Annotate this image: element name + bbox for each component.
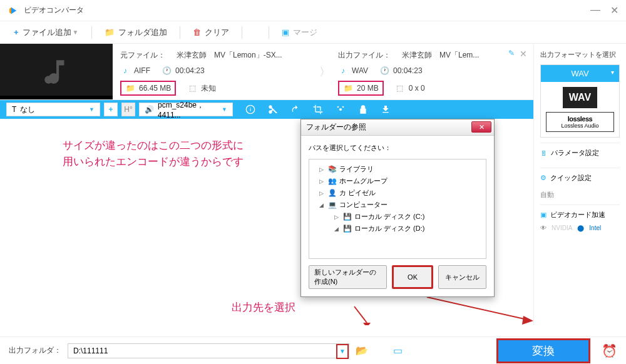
audio-icon: 🔊 xyxy=(145,105,154,114)
wav-badge: WAV xyxy=(563,87,597,108)
ok-button[interactable]: OK xyxy=(392,265,433,289)
source-resolution: 未知 xyxy=(201,83,216,94)
codec-value: pcm_s24be，4411... xyxy=(158,100,218,119)
crop-icon[interactable] xyxy=(313,104,323,114)
subtitle-select[interactable]: T なし ▼ xyxy=(6,103,100,116)
svg-line-6 xyxy=(354,306,367,323)
add-subtitle-button[interactable]: + xyxy=(104,103,118,116)
arrow-divider: 〉 xyxy=(319,44,331,99)
download-icon[interactable] xyxy=(381,104,391,114)
output-file-label: 出力ファイル： xyxy=(338,50,391,61)
output-format: WAV xyxy=(352,66,368,75)
plus-icon: + xyxy=(14,28,19,37)
merge-button[interactable]: ▣ マージ xyxy=(277,24,322,41)
codec-select[interactable]: 🔊 pcm_s24be，4411... ▼ xyxy=(139,103,233,116)
svg-point-3 xyxy=(339,108,342,111)
output-path-value: D:\111111 xyxy=(73,346,108,355)
format-panel-header: 出力フォーマットを選択 xyxy=(540,50,620,59)
close-button[interactable]: ✕ xyxy=(610,4,618,16)
output-size: 20 MB xyxy=(357,84,379,93)
tree-item[interactable]: ▷📚ライブラリ xyxy=(312,163,483,175)
hardware-toggle[interactable]: H° xyxy=(121,103,135,116)
tree-item[interactable]: ▷💾ローカル ディスク (C:) xyxy=(312,211,483,223)
cancel-button[interactable]: キャンセル xyxy=(438,265,486,289)
remove-file-button[interactable]: ✕ xyxy=(520,49,527,59)
tree-item[interactable]: ▷👥ホームグループ xyxy=(312,175,483,187)
dialog-close-button[interactable]: ✕ xyxy=(471,121,491,133)
intel-icon: ⬤ xyxy=(577,225,584,231)
lossless-badge: lossless Lossless Audio xyxy=(546,112,614,132)
param-label: パラメータ設定 xyxy=(551,148,599,158)
dialog-titlebar[interactable]: フォルダーの参照 ✕ xyxy=(301,119,494,136)
minimize-button[interactable]: — xyxy=(590,4,600,16)
content-area: サイズが違ったのはこの二つの形式に用いられたエンコードが違うからです フォルダー… xyxy=(0,119,533,325)
main-toolbar: + ファイル追加 ▼ 📁 フォルダ追加 🗑 クリア ▣ マージ xyxy=(0,21,626,44)
divider xyxy=(269,26,269,39)
format-selector[interactable]: WAV WAV lossless Lossless Audio xyxy=(540,64,620,138)
sliders-icon: 🎚 xyxy=(540,149,547,157)
nvidia-label: NVIDIA xyxy=(552,225,572,231)
dropdown-icon[interactable]: ▼ xyxy=(73,29,79,36)
clock-icon: 🕐 xyxy=(379,66,389,76)
resolution-icon: ⬚ xyxy=(395,83,405,93)
tree-item[interactable]: ◢💾ローカル ディスク (D:) xyxy=(312,223,483,235)
format-panel: 出力フォーマットを選択 WAV WAV lossless Lossless Au… xyxy=(533,44,626,325)
divider xyxy=(180,26,180,39)
source-info: 元ファイル： 米津玄師 MV「Lemon」-SX... ♪AIFF 🕐00:04… xyxy=(113,44,319,99)
bottom-bar: 出力フォルダ： D:\111111 ▼ 📂 ▭ 変換 ⏰ xyxy=(0,336,626,364)
schedule-icon[interactable]: ⏰ xyxy=(602,343,617,358)
edit-toolbar: T なし ▼ + H° 🔊 pcm_s24be，4411... ▼ i xyxy=(0,100,533,119)
quick-settings-button[interactable]: ⚙ クイック設定 xyxy=(540,168,620,188)
gpu-label: ビデオカード加速 xyxy=(550,210,605,220)
progress-bar xyxy=(0,96,113,99)
clear-button[interactable]: 🗑 クリア xyxy=(188,24,234,41)
convert-button[interactable]: 変換 xyxy=(496,338,590,363)
merge-label: マージ xyxy=(293,27,317,38)
divider xyxy=(91,26,92,39)
watermark-icon[interactable] xyxy=(358,104,368,114)
selected-format[interactable]: WAV xyxy=(541,65,619,82)
svg-text:i: i xyxy=(250,106,251,113)
trash-icon: 🗑 xyxy=(193,28,201,37)
output-folder-label: 出力フォルダ： xyxy=(9,345,61,356)
lossless-sub: Lossless Audio xyxy=(549,123,611,129)
info-icon[interactable]: i xyxy=(245,104,255,114)
tree-item[interactable]: ◢💻コンピューター xyxy=(312,199,483,211)
source-format: AIFF xyxy=(134,66,150,75)
app-title: ビデオコンバータ xyxy=(24,5,590,16)
parameter-settings-button[interactable]: 🎚 パラメータ設定 xyxy=(540,143,620,163)
browse-folder-icon[interactable]: 📂 xyxy=(356,345,368,356)
lossless-text: lossless xyxy=(549,115,611,123)
annotation-text-2: 出力先を選択 xyxy=(232,300,295,315)
annotation-text-1: サイズが違ったのはこの二つの形式に用いられたエンコードが違うからです xyxy=(63,138,244,169)
music-note-icon xyxy=(41,56,72,88)
gpu-accel-button[interactable]: ▣ ビデオカード加速 xyxy=(540,205,620,225)
output-info: ✎ ✕ 出力ファイル： 米津玄師 MV「Lem... ♪WAV 🕐00:04:2… xyxy=(331,44,533,99)
rotate-icon[interactable] xyxy=(290,104,300,114)
folder-tree[interactable]: ▷📚ライブラリ ▷👥ホームグループ ▷👤カ ピイゼル ◢💻コンピューター ▷💾ロ… xyxy=(309,159,486,259)
svg-point-0 xyxy=(44,76,53,84)
new-folder-button[interactable]: 新しいフォルダーの作成(N) xyxy=(309,265,387,289)
dialog-prompt: パスを選択してください： xyxy=(309,143,486,153)
effects-icon[interactable] xyxy=(336,104,346,114)
quick-label: クイック設定 xyxy=(550,173,592,183)
window-controls: — ✕ xyxy=(590,4,618,16)
folder-browse-dialog: フォルダーの参照 ✕ パスを選択してください： ▷📚ライブラリ ▷👥ホームグルー… xyxy=(300,119,495,297)
app-logo-icon xyxy=(8,5,19,16)
output-path-field[interactable]: D:\111111 ▼ xyxy=(68,343,349,358)
output-duration: 00:04:23 xyxy=(393,66,423,75)
output-resolution: 0 x 0 xyxy=(409,84,425,93)
add-folder-button[interactable]: 📁 フォルダ追加 xyxy=(100,24,172,41)
open-folder-icon[interactable]: ▭ xyxy=(393,345,403,356)
format-preview: WAV lossless Lossless Audio xyxy=(541,82,619,137)
edit-button[interactable]: ✎ xyxy=(508,49,515,58)
thumbnail[interactable] xyxy=(0,44,113,99)
add-file-button[interactable]: + ファイル追加 ▼ xyxy=(9,24,84,41)
tree-item[interactable]: ▷👤カ ピイゼル xyxy=(312,187,483,199)
cut-icon[interactable] xyxy=(268,104,278,114)
auto-label: 自動 xyxy=(540,190,620,200)
source-file-name: 米津玄師 MV「Lemon」-SX... xyxy=(177,50,282,61)
add-folder-label: フォルダ追加 xyxy=(118,27,167,38)
path-dropdown-button[interactable]: ▼ xyxy=(336,344,349,359)
clock-icon: 🕐 xyxy=(162,66,172,76)
